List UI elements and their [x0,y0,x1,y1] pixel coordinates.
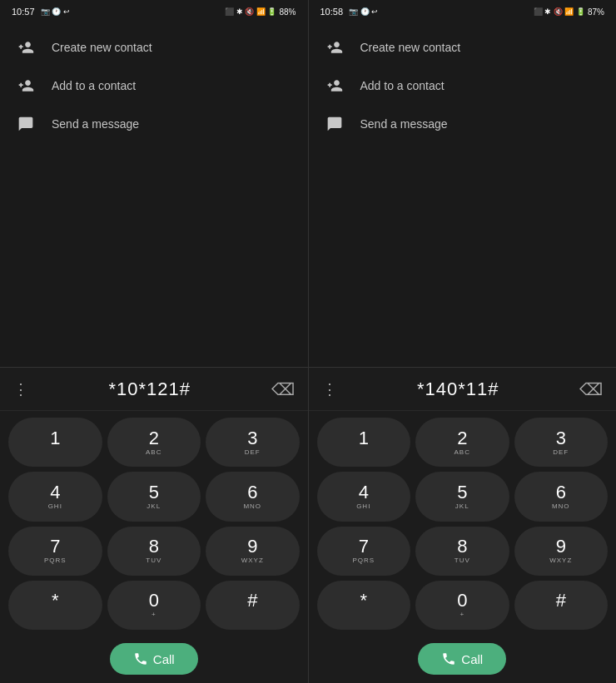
right-key-3[interactable]: 3 DEF [514,418,609,467]
right-key-6[interactable]: 6 MNO [514,472,609,521]
right-send-message-icon [325,115,344,133]
left-send-message-label: Send a message [52,117,139,131]
right-key-5[interactable]: 5 JKL [415,472,509,521]
right-call-button[interactable]: Call [418,643,506,675]
left-key-9[interactable]: 9 WXYZ [206,527,300,576]
right-send-message-label: Send a message [360,117,448,131]
left-call-row: Call [0,636,308,683]
left-phone-panel: 10:57 📷 🕐 ↩ ⬛ ✱ 🔇 📶 🔋 88% Create new con… [0,0,308,367]
right-backspace-icon[interactable]: ⌫ [576,376,606,403]
left-time: 10:57 [12,7,35,17]
left-key-8[interactable]: 8 TUV [107,527,201,576]
left-key-hash[interactable]: # [206,581,300,630]
left-status-time: 10:57 📷 🕐 ↩ [12,7,70,17]
left-key-7[interactable]: 7 PQRS [8,527,102,576]
right-key-1[interactable]: 1 [317,418,411,467]
left-battery: 88% [279,7,296,17]
right-key-2[interactable]: 2 ABC [415,418,509,467]
left-key-1[interactable]: 1 [8,418,102,467]
right-call-icon [441,651,456,666]
right-status-time: 10:58 📷 🕐 ↩ [320,7,379,17]
right-menu-list: Create new contact Add to a contact Send… [309,22,617,367]
right-add-contact-label: Add to a contact [360,79,445,92]
right-key-hash[interactable]: # [514,581,609,630]
left-menu-list: Create new contact Add to a contact Send… [0,22,308,367]
left-dialer-header: ⋮ *10*121# ⌫ [0,368,308,411]
left-call-icon [133,651,148,666]
right-key-4[interactable]: 4 GHI [317,472,411,521]
right-keypad: 1 2 ABC 3 DEF 4 GHI 5 JKL 6 MNO [309,411,617,636]
right-dialer-header: ⋮ *140*11# ⌫ [309,368,617,411]
left-key-3[interactable]: 3 DEF [206,418,300,467]
right-status-bar: 10:58 📷 🕐 ↩ ⬛ ✱ 🔇 📶 🔋 87% [309,0,617,22]
left-dial-display: *10*121# [38,379,261,400]
left-add-contact-label: Add to a contact [52,79,136,92]
left-status-right: ⬛ ✱ 🔇 📶 🔋 88% [225,7,296,17]
right-dialer: ⋮ *140*11# ⌫ 1 2 ABC 3 DEF 4 GHI 5 [309,368,617,683]
right-battery: 87% [588,7,604,17]
left-create-contact-icon [17,38,35,57]
left-menu-dots[interactable]: ⋮ [10,377,32,402]
right-create-contact-label: Create new contact [360,41,461,54]
right-call-label: Call [461,652,483,666]
left-keypad: 1 2 ABC 3 DEF 4 GHI 5 JKL 6 MNO [0,411,308,636]
right-add-contact[interactable]: Add to a contact [309,67,617,105]
left-add-contact-icon [17,77,35,95]
left-status-indicators: ⬛ ✱ 🔇 📶 🔋 [225,7,276,16]
right-dial-display: *140*11# [347,379,570,400]
left-dialer: ⋮ *10*121# ⌫ 1 2 ABC 3 DEF 4 GHI 5 [0,368,308,683]
right-add-contact-icon [325,77,344,95]
left-add-contact[interactable]: Add to a contact [0,67,308,105]
left-status-bar: 10:57 📷 🕐 ↩ ⬛ ✱ 🔇 📶 🔋 88% [0,0,308,22]
right-key-7[interactable]: 7 PQRS [317,527,411,576]
left-key-5[interactable]: 5 JKL [107,472,201,521]
left-create-contact[interactable]: Create new contact [0,28,308,67]
right-menu-dots[interactable]: ⋮ [319,377,340,402]
left-send-message-icon [17,115,35,133]
right-send-message[interactable]: Send a message [309,105,617,143]
top-section: 10:57 📷 🕐 ↩ ⬛ ✱ 🔇 📶 🔋 88% Create new con… [0,0,616,367]
right-create-contact[interactable]: Create new contact [309,28,617,67]
left-status-icons: 📷 🕐 ↩ [41,7,70,16]
bottom-section: ⋮ *10*121# ⌫ 1 2 ABC 3 DEF 4 GHI 5 [0,367,616,683]
right-key-9[interactable]: 9 WXYZ [514,527,609,576]
left-send-message[interactable]: Send a message [0,105,308,143]
left-create-contact-label: Create new contact [52,41,152,54]
right-status-indicators: ⬛ ✱ 🔇 📶 🔋 [534,7,585,16]
left-key-2[interactable]: 2 ABC [107,418,201,467]
left-backspace-icon[interactable]: ⌫ [268,376,298,403]
left-key-star[interactable]: * [8,581,102,630]
left-call-label: Call [153,652,175,666]
right-key-8[interactable]: 8 TUV [415,527,509,576]
right-status-right: ⬛ ✱ 🔇 📶 🔋 87% [534,7,604,17]
right-key-star[interactable]: * [317,581,411,630]
left-key-4[interactable]: 4 GHI [8,472,102,521]
left-key-6[interactable]: 6 MNO [206,472,300,521]
left-call-button[interactable]: Call [110,643,198,675]
right-key-0[interactable]: 0 + [415,581,509,630]
right-call-row: Call [309,636,617,683]
right-status-icons: 📷 🕐 ↩ [349,7,378,16]
right-time: 10:58 [320,7,344,17]
right-phone-panel: 10:58 📷 🕐 ↩ ⬛ ✱ 🔇 📶 🔋 87% Create new con… [309,0,617,367]
right-create-contact-icon [325,38,344,57]
left-key-0[interactable]: 0 + [107,581,201,630]
